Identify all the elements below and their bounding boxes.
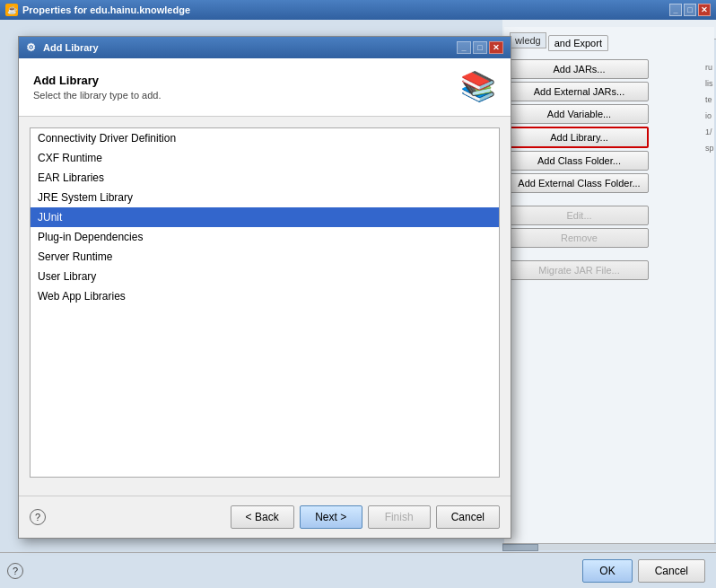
right-panel: wledg and Export Add JARs... Add Externa… xyxy=(504,27,714,550)
library-item-server[interactable]: Server Runtime xyxy=(31,247,499,267)
right-buttons-container: Add JARs... Add External JARs... Add Var… xyxy=(510,59,709,280)
side-label-num: 1/ xyxy=(705,127,714,136)
right-panel-content: wledg and Export Add JARs... Add Externa… xyxy=(504,27,714,285)
library-item-plugin[interactable]: Plug-in Dependencies xyxy=(31,227,499,247)
dialog-titlebar: ⚙ Add Library _ □ ✕ xyxy=(19,37,511,58)
side-label-te: te xyxy=(705,95,714,104)
maximize-btn[interactable]: □ xyxy=(684,4,696,16)
dialog-header-subtitle: Select the library type to add. xyxy=(33,90,161,101)
dialog-maximize-btn[interactable]: □ xyxy=(473,41,487,54)
dialog-header-icon: 📚 xyxy=(460,69,496,105)
close-btn[interactable]: ✕ xyxy=(698,4,711,16)
dialog-title: Add Library xyxy=(43,42,99,53)
dialog-title-controls: _ □ ✕ xyxy=(457,41,503,54)
add-library-dialog: ⚙ Add Library _ □ ✕ Add Library Select t… xyxy=(18,36,511,539)
dialog-body: Connectivity Driver Definition CXF Runti… xyxy=(19,117,511,496)
dialog-header-title: Add Library xyxy=(33,74,161,87)
minimize-btn[interactable]: _ xyxy=(669,4,682,16)
help-icon[interactable]: ? xyxy=(7,563,23,579)
add-external-jars-button[interactable]: Add External JARs... xyxy=(510,82,649,101)
side-label-sp: sp xyxy=(705,144,714,153)
scrollbar[interactable] xyxy=(502,543,716,550)
finish-button[interactable]: Finish xyxy=(368,505,431,529)
eclipse-icon: ☕ xyxy=(5,4,18,16)
library-item-cxf[interactable]: CXF Runtime xyxy=(31,148,499,168)
scrollbar-thumb[interactable] xyxy=(502,544,538,551)
library-item-connectivity[interactable]: Connectivity Driver Definition xyxy=(31,128,499,148)
edit-button[interactable]: Edit... xyxy=(510,206,649,225)
side-label-lis: lis xyxy=(705,79,714,88)
library-item-webapp[interactable]: Web App Libraries xyxy=(31,286,499,306)
side-label-io: io xyxy=(705,111,714,120)
cancel-button[interactable]: Cancel xyxy=(638,559,705,583)
dialog-close-btn[interactable]: ✕ xyxy=(489,41,503,54)
bottom-bar: ? OK Cancel xyxy=(0,552,716,588)
remove-button[interactable]: Remove xyxy=(510,228,649,248)
next-button[interactable]: Next > xyxy=(300,505,362,529)
migrate-jar-button[interactable]: Migrate JAR File... xyxy=(510,260,649,280)
library-item-junit[interactable]: JUnit xyxy=(31,207,499,227)
dialog-cancel-button[interactable]: Cancel xyxy=(436,505,500,529)
eclipse-titlebar: ☕ Properties for edu.hainu.knowledge _ □… xyxy=(0,0,716,20)
add-library-button[interactable]: Add Library... xyxy=(510,127,649,148)
eclipse-title-controls: _ □ ✕ xyxy=(669,4,711,16)
dialog-icon: ⚙ xyxy=(26,41,39,54)
dialog-footer: ? < Back Next > Finish Cancel xyxy=(19,496,511,538)
library-item-ear[interactable]: EAR Libraries xyxy=(31,168,499,188)
add-jars-button[interactable]: Add JARs... xyxy=(510,59,649,79)
dialog-header-text: Add Library Select the library type to a… xyxy=(33,74,161,101)
library-item-user[interactable]: User Library xyxy=(31,267,499,286)
side-labels: ru lis te io 1/ sp xyxy=(705,59,714,280)
dialog-help-icon[interactable]: ? xyxy=(30,509,46,525)
side-label-ru: ru xyxy=(705,63,714,72)
export-tab[interactable]: and Export xyxy=(548,35,608,51)
add-external-class-folder-button[interactable]: Add External Class Folder... xyxy=(510,173,649,193)
library-item-jre[interactable]: JRE System Library xyxy=(31,188,499,207)
dialog-minimize-btn[interactable]: _ xyxy=(457,41,471,54)
ok-button[interactable]: OK xyxy=(582,559,632,583)
add-variable-button[interactable]: Add Variable... xyxy=(510,104,649,124)
eclipse-title: Properties for edu.hainu.knowledge xyxy=(22,4,190,15)
library-list[interactable]: Connectivity Driver Definition CXF Runti… xyxy=(30,127,500,478)
dialog-header: Add Library Select the library type to a… xyxy=(19,58,511,117)
back-button[interactable]: < Back xyxy=(231,505,294,529)
add-class-folder-button[interactable]: Add Class Folder... xyxy=(510,151,649,171)
knowledge-label: wledg xyxy=(510,32,546,48)
